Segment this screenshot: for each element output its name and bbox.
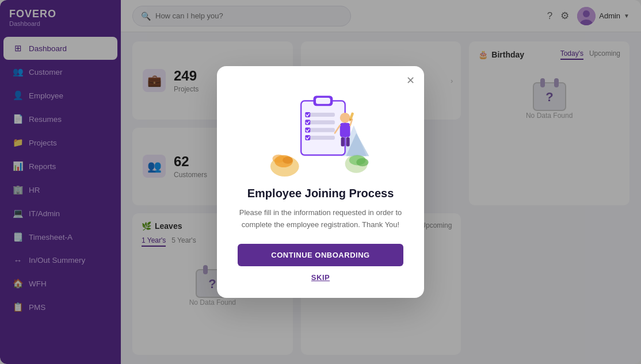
skip-button[interactable]: SKIP — [238, 273, 403, 282]
modal-overlay[interactable]: ✕ — [0, 0, 641, 364]
svg-rect-37 — [341, 137, 345, 147]
svg-point-40 — [272, 155, 284, 163]
svg-rect-38 — [346, 137, 349, 147]
modal-close-button[interactable]: ✕ — [406, 74, 415, 87]
svg-rect-23 — [309, 113, 334, 117]
svg-point-43 — [356, 158, 368, 166]
svg-point-31 — [340, 113, 350, 123]
modal-illustration — [269, 85, 372, 177]
svg-rect-26 — [309, 136, 334, 140]
continue-onboarding-button[interactable]: CONTINUE ONBOARDING — [238, 244, 403, 266]
svg-point-41 — [283, 157, 293, 164]
svg-rect-22 — [316, 98, 330, 104]
svg-rect-25 — [309, 128, 334, 132]
modal-description: Please fill in the information requested… — [238, 207, 403, 231]
modal-title: Employee Joining Process — [238, 187, 403, 200]
onboarding-modal: ✕ — [217, 66, 424, 298]
svg-rect-24 — [309, 120, 334, 124]
svg-rect-32 — [340, 123, 350, 137]
